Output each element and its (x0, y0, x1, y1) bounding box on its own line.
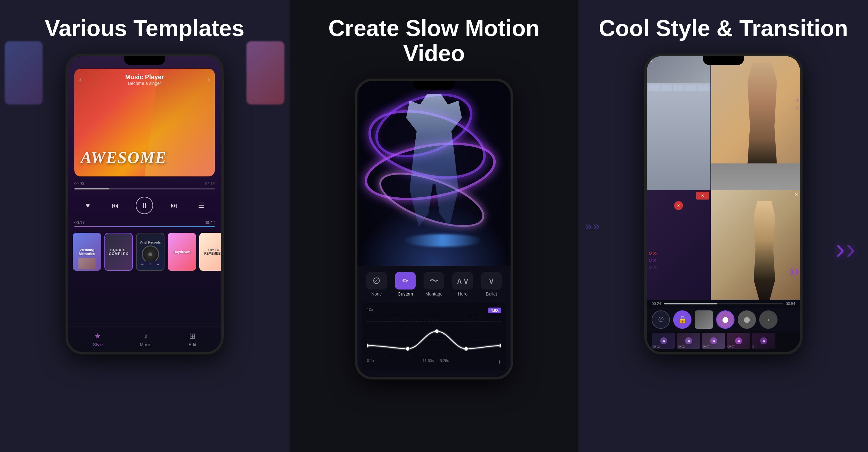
music-icon: ♪ (144, 332, 147, 340)
prev-button[interactable]: ⏮ (109, 199, 121, 212)
phone-2: ∅ None ✏ Custom 〜 Montage ∧∨ Hero (355, 79, 513, 379)
effect-grey-circle[interactable]: ⬤ (738, 310, 756, 329)
phone-screen-2: ∅ None ✏ Custom 〜 Montage ∧∨ Hero (358, 81, 510, 377)
graph-time-label: 11.60s → 5.26s (422, 359, 449, 366)
template-daydream[interactable]: Daydream (168, 233, 196, 271)
side-thumb-right (246, 41, 284, 105)
none-icon: ∅ (366, 272, 387, 289)
graph-top-label: 10x (367, 308, 373, 313)
speed-options: ∅ None ✏ Custom 〜 Montage ∧∨ Hero (362, 272, 506, 296)
style-icon: ★ (94, 332, 101, 340)
next-arrow-icon[interactable]: › (208, 76, 210, 84)
list-icon[interactable]: ☰ (195, 199, 208, 212)
awesome-text: AWESOME (81, 148, 167, 167)
timeline-end-3: 00:54 (786, 302, 795, 306)
pause-button[interactable]: ⏸ (136, 197, 153, 214)
film-cell-2: 00:02 ⏮ (677, 333, 700, 349)
nav-music[interactable]: ♪ Music (140, 332, 152, 347)
track-sub: Become a singer (125, 81, 164, 86)
timeline-end: 00:42 (204, 220, 215, 225)
svg-point-2 (406, 346, 410, 351)
film-cell-4: 00:07 ⏮ (726, 333, 750, 349)
track-name: Music Player (125, 74, 164, 81)
effect-arrow-circle[interactable]: › (759, 310, 778, 329)
template-vinyl[interactable]: Vinyl Records ⏮ ⏸ ⏭ (136, 233, 164, 271)
speed-hero[interactable]: ∧∨ Hero (452, 272, 473, 296)
film-cell-5: 0 ⏮ (752, 333, 775, 349)
heart-icon[interactable]: ♥ (82, 199, 94, 212)
panel-style-transition: Cool Style & Transition » » (579, 0, 868, 452)
phone-1: ‹ Music Player Become a singer › AWESOME… (65, 54, 224, 355)
phone-screen-1: ‹ Music Player Become a singer › AWESOME… (68, 56, 221, 352)
side-thumb-left (5, 41, 43, 105)
speed-controls: ∅ None ✏ Custom 〜 Montage ∧∨ Hero (358, 266, 510, 377)
film-cell-1: 00:02 ⏮ (652, 333, 675, 349)
x-mark-main-tl: ✕ (713, 58, 717, 63)
nav-style[interactable]: ★ Style (93, 332, 103, 347)
next-button[interactable]: ⏭ (168, 199, 180, 212)
music-player-card: ‹ Music Player Become a singer › AWESOME (74, 69, 215, 176)
graph-bottom-label: 0.1x (367, 359, 374, 366)
phone-screen-3: ✕ ✕ › › (647, 56, 800, 352)
custom-label: Custom (398, 291, 413, 296)
speed-custom[interactable]: ✏ Custom (395, 272, 416, 296)
x-mark-tl: ✕ (648, 58, 653, 63)
phone-3: ✕ ✕ › › (644, 54, 803, 355)
template-square-complex[interactable]: SQUARECOMPLEX (104, 233, 133, 271)
track-info: Music Player Become a singer (125, 74, 164, 86)
effect-none[interactable]: ∅ (652, 310, 670, 329)
nav-music-label: Music (140, 342, 152, 347)
nav-edit-label: Edit (189, 342, 196, 347)
effect-thumb-1[interactable] (695, 310, 713, 329)
effect-active-circle[interactable]: ⬤ (716, 310, 735, 329)
panel-1-title: Various Templates (45, 16, 245, 41)
progress-start: 00:00 (74, 181, 84, 186)
graph-plus-button[interactable]: + (497, 359, 501, 366)
x-mark-bot: ✕ (794, 192, 798, 197)
progress-fill (74, 189, 110, 190)
montage-label: Montage (426, 291, 442, 296)
speed-graph: 10x 4.8X (362, 303, 506, 371)
speed-curve-area[interactable] (367, 328, 501, 354)
nav-style-label: Style (93, 342, 103, 347)
bottom-nav: ★ Style ♪ Music ⊞ Edit (68, 327, 221, 352)
dancer-area (358, 81, 510, 266)
custom-icon: ✏ (395, 272, 416, 289)
panel-various-templates: Various Templates ‹ Music Player Become … (0, 0, 289, 452)
svg-point-4 (464, 346, 468, 351)
panel-2-title: Create Slow Motion Video (299, 16, 569, 66)
speed-bullet[interactable]: ∨ Bullet (481, 272, 502, 296)
graph-badge: 4.8X (488, 308, 501, 313)
none-label: None (371, 291, 382, 296)
x-mark-main-tr: ✕ (794, 58, 798, 63)
nav-edit[interactable]: ⊞ Edit (189, 332, 196, 347)
bullet-label: Bullet (486, 291, 497, 296)
timeline-start-3: 00:24 (652, 302, 661, 306)
template-try[interactable]: TRY TOREMEMBER (199, 233, 221, 271)
prev-arrow-icon[interactable]: ‹ (79, 76, 81, 84)
template-strip: WeddingMemories SQUARECOMPLEX Vinyl Reco… (68, 230, 221, 274)
panel-slow-motion: Create Slow Motion Video (289, 0, 579, 452)
speed-curve-svg (367, 328, 501, 354)
graph-labels-top: 10x 4.8X (367, 308, 501, 313)
svg-point-1 (367, 343, 369, 348)
speed-none[interactable]: ∅ None (366, 272, 387, 296)
graph-bottom: 0.1x 11.60s → 5.26s + (367, 359, 501, 366)
edit-icon: ⊞ (189, 332, 195, 340)
bullet-icon: ∨ (481, 272, 502, 289)
panel-3-title: Cool Style & Transition (599, 16, 848, 41)
timeline-start: 00:17 (74, 220, 85, 225)
film-cell-3: 00:07 ⏮ (702, 333, 725, 349)
player-controls: ♥ ⏮ ⏸ ⏭ ☰ (74, 197, 215, 214)
template-wedding[interactable]: WeddingMemories (73, 233, 101, 271)
progress-end: 02:14 (205, 181, 215, 186)
music-player-header: ‹ Music Player Become a singer › (79, 74, 210, 86)
svg-point-3 (435, 329, 439, 334)
hero-icon: ∧∨ (452, 272, 473, 289)
speed-montage[interactable]: 〜 Montage (424, 272, 444, 296)
progress-bar[interactable] (74, 189, 215, 190)
montage-icon: 〜 (424, 272, 444, 289)
effect-lock[interactable]: 🔒 (673, 310, 691, 329)
hero-label: Hero (458, 291, 468, 296)
x-mark-tr: ✕ (705, 58, 709, 63)
